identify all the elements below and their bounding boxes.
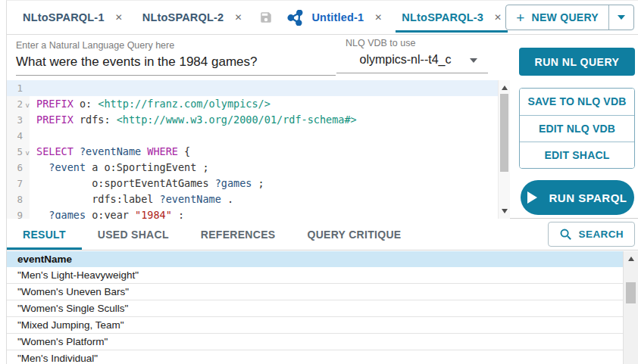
run-sparql-button[interactable]: RUN SPARQL — [521, 180, 634, 215]
line-number: 4 — [7, 128, 30, 144]
code-lines: 12vPREFIX o: <http://franz.com/olympics/… — [7, 80, 510, 219]
new-query-label: NEW QUERY — [531, 11, 599, 23]
results-tab-result[interactable]: RESULT — [7, 219, 82, 250]
chevron-down-icon — [618, 15, 625, 20]
tab-untitled-1[interactable]: Untitled-1✕ — [277, 1, 392, 34]
table-row[interactable]: "Men's Light-Heavyweight" — [7, 267, 623, 284]
line-number: 8 — [7, 191, 30, 207]
edit-shacl-button[interactable]: EDIT SHACL — [520, 142, 634, 168]
query-tab-bar: NLtoSPARQL-1✕NLtoSPARQL-2✕Untitled-1✕NLt… — [7, 1, 638, 35]
tab-nltosparql-2[interactable]: NLtoSPARQL-2✕ — [133, 1, 252, 34]
save-icon[interactable] — [259, 11, 273, 24]
code-text: SELECT ?eventName WHERE { — [30, 144, 190, 160]
line-number: 1 — [7, 80, 30, 96]
new-query-dropdown[interactable] — [609, 15, 633, 20]
code-line-5[interactable]: 5vSELECT ?eventName WHERE { — [7, 144, 510, 160]
code-line-7[interactable]: 7 o:sportEventAtGames ?games ; — [7, 176, 510, 191]
nl-to-sparql-app: NLtoSPARQL-1✕NLtoSPARQL-2✕Untitled-1✕NLt… — [6, 0, 638, 364]
query-panel: Enter a Natural Language Query here What… — [7, 35, 638, 219]
code-text: PREFIX rdfs: <http://www.w3.org/2000/01/… — [30, 112, 357, 128]
search-label: SEARCH — [579, 229, 624, 240]
column-header-eventname[interactable]: eventName — [7, 251, 623, 267]
line-number: 5v — [7, 144, 30, 160]
close-icon[interactable]: ✕ — [115, 13, 123, 22]
nlq-input-label: Enter a Natural Language Query here — [16, 40, 336, 51]
code-line-4[interactable]: 4 — [7, 128, 510, 144]
new-query-button[interactable]: + NEW QUERY — [505, 5, 634, 30]
code-text — [30, 128, 36, 144]
run-sparql-label: RUN SPARQL — [549, 191, 627, 204]
result-rows: "Men's Light-Heavyweight""Women's Uneven… — [7, 267, 623, 364]
table-row[interactable]: "Mixed Jumping, Team" — [7, 317, 623, 334]
nlq-input[interactable]: What were the events in the 1984 games? — [16, 54, 336, 76]
save-to-nlq-vdb-button[interactable]: SAVE TO NLQ VDB — [520, 89, 634, 115]
table-row[interactable]: "Women's Uneven Bars" — [7, 284, 623, 300]
vdb-select-label: NLQ VDB to use — [336, 38, 488, 48]
results-panel: RESULTUSED SHACLREFERENCESQUERY CRITIQUE… — [7, 219, 638, 364]
line-number: 2v — [7, 96, 30, 112]
results-scrollbar[interactable] — [623, 251, 638, 364]
plus-icon: + — [516, 11, 524, 25]
vdb-select[interactable]: olympics-nl--t4_c — [336, 53, 488, 73]
vdb-action-buttons: SAVE TO NLQ VDB EDIT NLQ VDB EDIT SHACL — [519, 88, 635, 169]
scrollbar-thumb[interactable] — [626, 282, 636, 303]
fold-chevron-icon[interactable]: v — [26, 145, 30, 161]
table-row[interactable]: "Women's Platform" — [7, 334, 623, 350]
tab-label: Untitled-1 — [311, 11, 364, 23]
edit-nlq-vdb-button[interactable]: EDIT NLQ VDB — [520, 115, 634, 142]
run-nl-query-button[interactable]: RUN NL QUERY — [519, 48, 635, 76]
vdb-selected-value: olympics-nl--t4_c — [336, 53, 488, 67]
line-number: 6 — [7, 160, 30, 176]
code-text — [30, 80, 36, 96]
results-tab-references[interactable]: REFERENCES — [185, 219, 292, 250]
code-line-6[interactable]: 6 ?event a o:SportingEvent ; — [7, 160, 510, 176]
fold-chevron-icon[interactable]: v — [26, 98, 30, 114]
results-tab-query-critique[interactable]: QUERY CRITIQUE — [291, 219, 417, 250]
search-button[interactable]: SEARCH — [548, 222, 635, 247]
scroll-up-icon[interactable] — [628, 257, 634, 261]
play-icon — [527, 191, 537, 204]
editor-scrollbar[interactable] — [498, 80, 510, 219]
sparql-editor[interactable]: 12vPREFIX o: <http://franz.com/olympics/… — [7, 80, 510, 219]
line-number: 3 — [7, 112, 30, 128]
scroll-down-icon[interactable] — [502, 209, 508, 213]
results-tab-bar: RESULTUSED SHACLREFERENCESQUERY CRITIQUE — [7, 219, 638, 250]
code-text: o:sportEventAtGames ?games ; — [30, 176, 264, 191]
results-table: eventName "Men's Light-Heavyweight""Wome… — [7, 251, 623, 364]
code-text: ?games o:year "1984" ; — [30, 207, 184, 219]
code-text: PREFIX o: <http://franz.com/olympics/> — [30, 96, 271, 112]
tab-label: NLtoSPARQL-1 — [23, 11, 105, 23]
code-text: ?event a o:SportingEvent ; — [30, 160, 209, 176]
table-row[interactable]: "Men's Individual" — [7, 350, 623, 364]
graph-icon — [287, 10, 305, 26]
code-text: rdfs:label ?eventName . — [30, 191, 233, 207]
search-icon — [559, 228, 572, 241]
new-query-main[interactable]: + NEW QUERY — [506, 5, 608, 30]
code-line-2[interactable]: 2vPREFIX o: <http://franz.com/olympics/> — [7, 96, 510, 112]
close-icon[interactable]: ✕ — [234, 13, 242, 22]
query-tabs: NLtoSPARQL-1✕NLtoSPARQL-2✕Untitled-1✕NLt… — [13, 1, 511, 34]
scroll-up-icon[interactable] — [502, 86, 508, 90]
line-number: 9 — [7, 207, 30, 219]
scrollbar-thumb[interactable] — [500, 94, 508, 172]
chevron-down-icon — [470, 58, 477, 63]
results-tab-used-shacl[interactable]: USED SHACL — [82, 219, 185, 250]
tab-label: NLtoSPARQL-3 — [402, 11, 483, 23]
code-line-1[interactable]: 1 — [7, 80, 510, 96]
tab-label: NLtoSPARQL-2 — [142, 11, 224, 23]
tab-nltosparql-1[interactable]: NLtoSPARQL-1✕ — [13, 1, 133, 34]
code-line-8[interactable]: 8 rdfs:label ?eventName . — [7, 191, 510, 207]
tab-nltosparql-3[interactable]: NLtoSPARQL-3✕ — [392, 1, 511, 34]
table-row[interactable]: "Women's Single Sculls" — [7, 300, 623, 317]
close-icon[interactable]: ✕ — [494, 13, 502, 22]
nlq-field: Enter a Natural Language Query here What… — [16, 40, 336, 76]
vdb-select-field: NLQ VDB to use olympics-nl--t4_c — [336, 38, 488, 73]
close-icon[interactable]: ✕ — [374, 13, 382, 22]
code-line-3[interactable]: 3PREFIX rdfs: <http://www.w3.org/2000/01… — [7, 112, 510, 128]
code-line-9[interactable]: 9 ?games o:year "1984" ; — [7, 207, 510, 219]
line-number: 7 — [7, 176, 30, 191]
